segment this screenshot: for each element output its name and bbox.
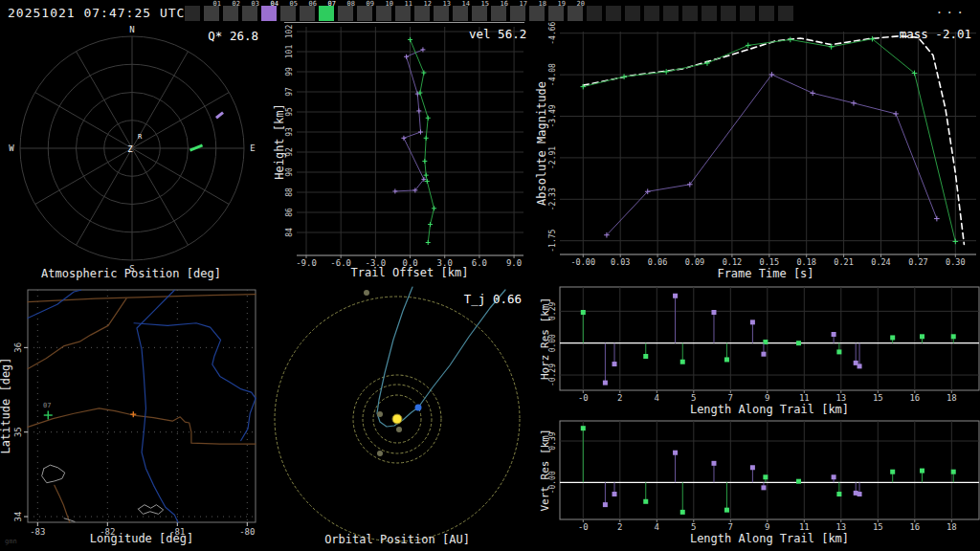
horz-res-panel: -02457911131516180.290.00-0.29Horz Res [… bbox=[539, 287, 979, 416]
residual-point-green bbox=[643, 499, 648, 504]
residual-point-green bbox=[836, 349, 841, 354]
x-axis-title: Frame Time [s] bbox=[717, 267, 813, 280]
mass-badge: mass -2.01 bbox=[900, 27, 971, 41]
residual-point-purple bbox=[711, 461, 716, 466]
residual-point-purple bbox=[603, 502, 608, 507]
tick-label: 102 bbox=[285, 25, 294, 39]
tick-label: 93 bbox=[285, 127, 294, 137]
residual-point-green bbox=[643, 354, 648, 359]
tick-label: 99 bbox=[285, 67, 294, 77]
line bbox=[77, 52, 133, 148]
tick-label: 0.15 bbox=[760, 257, 779, 267]
x-axis-title: Trail Offset [km] bbox=[351, 266, 469, 279]
residual-point-purple bbox=[750, 320, 755, 324]
urban-outline bbox=[42, 465, 65, 483]
residual-point-green bbox=[763, 474, 768, 479]
residual-point-purple bbox=[761, 352, 766, 357]
residual-point-purple bbox=[673, 451, 678, 455]
residual-point-purple bbox=[603, 381, 608, 386]
residual-point-purple bbox=[612, 362, 617, 366]
tick-label: 16 bbox=[909, 393, 920, 403]
tick-label: 9 bbox=[765, 522, 769, 532]
state-border bbox=[28, 298, 126, 368]
residual-point-green bbox=[951, 334, 956, 339]
residual-point-purple bbox=[832, 332, 836, 337]
tick-label: 4 bbox=[655, 393, 659, 403]
x-axis-title: Longitude [deg] bbox=[90, 532, 193, 545]
tick-label: -6.0 bbox=[330, 258, 351, 268]
tick-label: 0.12 bbox=[723, 257, 742, 267]
station-marker-label: 07 bbox=[43, 402, 51, 409]
residual-point-green bbox=[796, 479, 801, 484]
line bbox=[35, 93, 132, 149]
line bbox=[132, 148, 189, 245]
river bbox=[28, 290, 80, 318]
tick-label: 35 bbox=[13, 427, 23, 437]
tick-label: -0 bbox=[578, 393, 589, 403]
tick-label: 15 bbox=[873, 393, 883, 403]
tick-label: 0.30 bbox=[946, 257, 965, 267]
plot-scene: NSEWZRQ* 26.8Atmospheric Position [deg]1… bbox=[0, 0, 980, 551]
residual-point-purple bbox=[673, 294, 678, 298]
tick-label: 6.0 bbox=[472, 258, 487, 268]
tick-label: -4.66 bbox=[548, 21, 557, 44]
ground-track-panel: -83-82-81-8036353407Latitude [deg]Longit… bbox=[0, 290, 256, 545]
map-frame bbox=[28, 290, 256, 522]
trail-offset-panel: 102101999795939290888684-9.0-6.0-3.00.03… bbox=[273, 25, 526, 279]
panel-title: Orbital Position [AU] bbox=[324, 533, 470, 546]
tick-label: 5 bbox=[691, 522, 696, 532]
y-axis-title: Latitude [deg] bbox=[0, 357, 12, 453]
residual-point-green bbox=[836, 492, 841, 496]
tick-label: 90 bbox=[285, 167, 294, 177]
zenith-label: Z bbox=[127, 144, 133, 154]
y-axis-title: Horz Res [km] bbox=[539, 298, 551, 380]
tick-label: 9.0 bbox=[506, 258, 522, 268]
q-value-badge: Q* 26.8 bbox=[208, 29, 258, 43]
residual-point-purple bbox=[858, 364, 862, 368]
tick-label: 18 bbox=[947, 393, 957, 403]
tick-label: 2 bbox=[617, 522, 622, 532]
tick-label: -1.75 bbox=[548, 229, 557, 252]
residual-point-green bbox=[724, 508, 729, 513]
tick-label: 0.21 bbox=[834, 257, 853, 267]
line bbox=[77, 148, 133, 245]
line bbox=[35, 148, 132, 205]
vel-badge: vel 56.2 bbox=[469, 27, 526, 41]
plot-frame bbox=[560, 421, 979, 519]
tick-label: -80 bbox=[239, 527, 255, 537]
magnitude-panel: -4.66-4.08-3.49-2.91-2.33-1.75-0.000.030… bbox=[535, 21, 976, 280]
planet-dot bbox=[396, 427, 402, 432]
y-axis-title: Vert Res [km] bbox=[539, 429, 551, 511]
tick-label: 36 bbox=[13, 342, 23, 353]
tick-label: 9 bbox=[765, 393, 769, 403]
tick-label: 101 bbox=[285, 45, 294, 59]
y-axis-title: Height [km] bbox=[273, 103, 286, 179]
planet-dot bbox=[377, 451, 383, 456]
tick-label: -0.00 bbox=[571, 257, 596, 267]
urban-outline bbox=[138, 505, 163, 515]
x-axis-title: Length Along Trail [km] bbox=[690, 532, 849, 545]
tick-label: -83 bbox=[30, 527, 45, 537]
trail-series-purple bbox=[395, 50, 424, 191]
tick-label: 84 bbox=[285, 228, 294, 237]
tick-label: 5 bbox=[691, 393, 696, 403]
tick-label: 13 bbox=[835, 393, 846, 403]
tick-label: 7 bbox=[728, 522, 733, 532]
state-border bbox=[28, 408, 256, 444]
residual-point-green bbox=[724, 357, 729, 362]
x-axis-title: Length Along Trail [km] bbox=[690, 403, 849, 416]
tick-label: -2.33 bbox=[548, 187, 557, 210]
river bbox=[134, 323, 256, 399]
tick-label: 2 bbox=[617, 393, 622, 403]
earth-dot bbox=[415, 405, 422, 411]
tick-label: 18 bbox=[947, 522, 957, 532]
residual-point-purple bbox=[761, 485, 766, 490]
residual-point-green bbox=[796, 341, 801, 345]
residual-point-green bbox=[920, 469, 924, 474]
orbital-panel: T_j 0.66Orbital Position [AU] bbox=[275, 287, 522, 546]
residual-point-green bbox=[890, 335, 895, 340]
residual-point-green bbox=[680, 510, 685, 515]
radiant-label: R bbox=[138, 133, 143, 141]
tick-label: 88 bbox=[285, 187, 294, 197]
tick-label: -0 bbox=[578, 522, 589, 532]
